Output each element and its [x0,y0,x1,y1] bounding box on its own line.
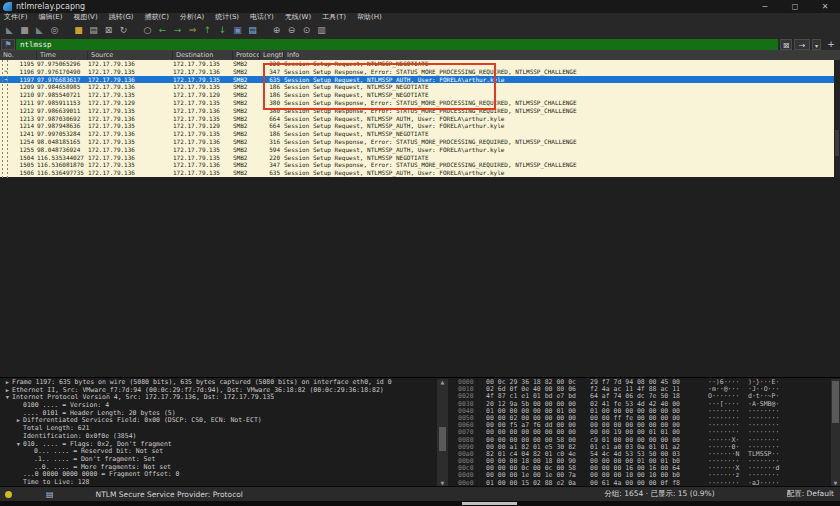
auto-scroll-icon[interactable]: ▣ [231,24,244,37]
table-row[interactable]: 121497.987948636172.17.79.135172.17.79.1… [0,122,834,130]
cell-length: 664 [260,115,284,123]
cell-source: 172.17.79.135 [88,68,173,76]
menu-view[interactable]: 视图(V) [73,13,97,22]
cell-protocol: SMB2 [233,146,260,154]
cell-destination: 172.17.79.135 [173,169,233,177]
close-button[interactable]: ✕ [810,0,840,13]
go-bottom-icon[interactable]: ↓ [216,24,229,37]
collapse-icon[interactable]: ▼ [3,394,12,402]
cell-length: 664 [260,122,284,130]
menu-edit[interactable]: 编辑(E) [39,13,63,22]
menu-analyze[interactable]: 分析(A) [180,13,204,22]
menu-telephony[interactable]: 电话(Y) [250,13,274,22]
tree-spacer [14,410,23,418]
column-time[interactable]: Time [37,51,88,60]
apply-filter-icon[interactable]: → [794,39,810,50]
cell-info: Session Setup Response, Error: STATUS_MO… [284,161,834,169]
table-row[interactable]: 1505116.536081870172.17.79.135172.17.79.… [0,161,834,169]
column-length[interactable]: Length [260,51,284,60]
column-source[interactable]: Source [88,51,173,60]
cell-destination: 172.17.79.135 [173,130,233,138]
go-top-icon[interactable]: ↑ [201,24,214,37]
open-file-icon[interactable]: ■ [72,24,85,37]
cell-time: 97.987948636 [37,122,88,130]
tree-spacer [14,471,23,479]
details-scrollbar[interactable]: ▲ ▼ [437,379,448,487]
add-filter-button[interactable]: + [825,39,837,50]
scroll-up-icon[interactable]: ▲ [437,379,448,386]
cell-info: Session Setup Response, Error: STATUS_MO… [284,138,834,146]
status-profile[interactable]: 配置: Default [787,489,834,499]
menu-file[interactable]: 文件(F) [4,13,28,22]
restart-capture-icon[interactable]: ◣ [33,24,46,37]
stop-capture-icon[interactable]: ■ [18,24,31,37]
zoom-reset-icon[interactable]: ⊙ [300,24,313,37]
tree-spacer [14,425,23,433]
expand-icon[interactable]: ▶ [3,387,12,395]
menu-capture[interactable]: 捕获(C) [145,13,169,22]
table-row[interactable]: 1506116.536497735172.17.79.136172.17.79.… [0,169,834,177]
expert-info-icon[interactable] [5,491,12,498]
menu-go[interactable]: 跳转(G) [109,13,134,22]
bytes-scroll-thumb[interactable] [832,381,839,423]
cell-destination: 172.17.79.136 [173,161,233,169]
filter-bookmark-icon[interactable]: ⚑ [1,39,15,50]
column-protocol[interactable]: Protocol [233,51,260,60]
go-to-packet-icon[interactable]: ⇒ [186,24,199,37]
reload-icon[interactable]: ↻ [117,24,130,37]
save-file-icon[interactable]: ▤ [87,24,100,37]
cell-protocol: SMB2 [233,161,260,169]
go-forward-icon[interactable]: → [171,24,184,37]
packet-list-scrollbar[interactable] [834,60,840,178]
cell-destination: 172.17.79.136 [173,68,233,76]
menu-help[interactable]: 帮助(H) [357,13,382,22]
cell-protocol: SMB2 [233,115,260,123]
cell-destination: 172.17.79.129 [173,122,233,130]
clear-filter-icon[interactable]: ⊠ [780,39,792,50]
cell-protocol: SMB2 [233,60,260,68]
menu-tools[interactable]: 工具(T) [322,13,346,22]
capture-options-icon[interactable]: ◎ [48,24,61,37]
expand-icon[interactable]: ▶ [3,379,12,387]
cell-info: Session Setup Request, NTLMSSP_AUTH, Use… [284,115,834,123]
cell-source: 172.17.79.136 [88,154,173,162]
cell-no: 1213 [12,115,37,123]
packet-list-scroll-thumb[interactable] [835,130,839,156]
column-no[interactable]: No. [0,51,37,60]
cell-source: 172.17.79.135 [88,138,173,146]
conversation-line [7,60,8,178]
go-back-icon[interactable]: ← [156,24,169,37]
resize-columns-icon[interactable]: ▥ [315,24,328,37]
expand-icon[interactable]: ▶ [14,417,23,425]
column-destination[interactable]: Destination [173,51,233,60]
zoom-in-icon[interactable]: ⊕ [270,24,283,37]
bytes-scrollbar[interactable]: ▼ [831,379,840,487]
cell-time: 98.048736924 [37,146,88,154]
close-file-icon[interactable]: ⊠ [102,24,115,37]
filter-dropdown-icon[interactable]: ▾ [812,39,821,50]
start-capture-icon[interactable]: ◣ [3,24,16,37]
table-row[interactable]: 1504116.535344027172.17.79.136172.17.79.… [0,154,834,162]
details-scroll-thumb[interactable] [439,427,446,451]
table-row[interactable]: 125598.048736924172.17.79.136172.17.79.1… [0,146,834,154]
zoom-out-icon[interactable]: ⊖ [285,24,298,37]
maximize-button[interactable]: ◻ [780,0,810,13]
column-info[interactable]: Info [284,51,840,60]
collapse-icon[interactable]: ▼ [14,441,23,449]
menu-statistics[interactable]: 统计(S) [215,13,239,22]
cell-protocol: SMB2 [233,130,260,138]
capture-comment-icon[interactable]: ▤ [46,490,54,499]
menu-wireless[interactable]: 无线(W) [285,13,311,22]
wireshark-window: ntlmrelay.pcapng ─ ◻ ✕ 文件(F)编辑(E)视图(V)跳转… [0,0,840,506]
minimize-button[interactable]: ─ [750,0,780,13]
find-packet-icon[interactable]: ○ [141,24,154,37]
display-filter-input[interactable]: ntlmssp [16,39,778,50]
table-row[interactable]: 124197.997053284172.17.79.136172.17.79.1… [0,130,834,138]
table-row[interactable]: 121397.987030692172.17.79.136172.17.79.1… [0,115,834,123]
table-row[interactable]: 125498.048185165172.17.79.135172.17.79.1… [0,138,834,146]
cell-no: 1255 [12,146,37,154]
cell-no: 1241 [12,130,37,138]
colorize-icon[interactable]: ▤ [246,24,259,37]
cell-protocol: SMB2 [233,154,260,162]
cell-time: 97.976683617 [37,76,88,84]
